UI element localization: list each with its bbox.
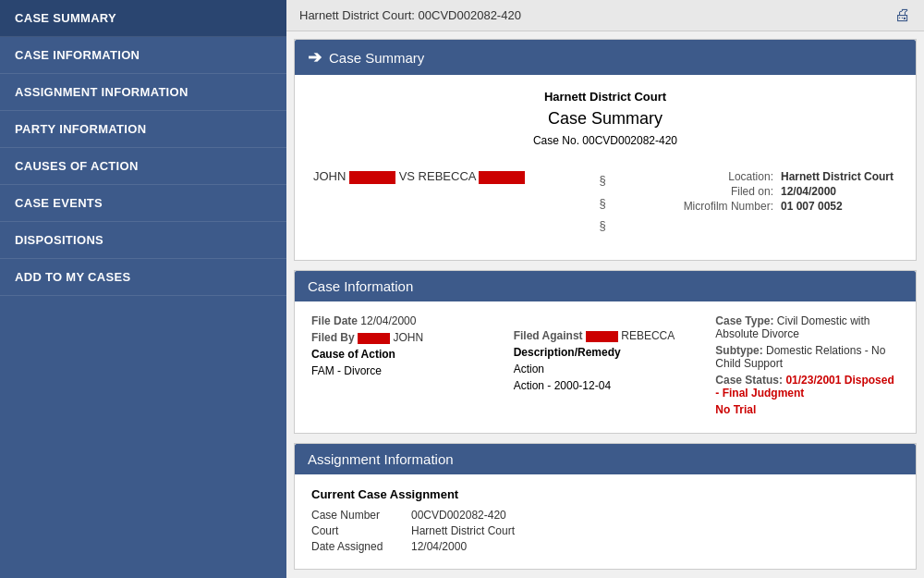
filed-on-label: Filed on: <box>680 184 777 199</box>
sidebar-item-causes-of-action[interactable]: CAUSES OF ACTION <box>0 148 286 185</box>
case-summary-card: ➔ Case Summary Harnett District Court Ca… <box>294 39 917 261</box>
sidebar-item-case-information[interactable]: CASE INFORMATION <box>0 37 286 74</box>
case-info-header: Case Information <box>295 271 916 301</box>
assignment-case-number-row: Case Number 00CVD002082-420 <box>311 509 899 522</box>
description-label-row: Description/Remedy <box>514 346 698 359</box>
description-action-row: Action <box>514 363 698 375</box>
case-info-col2: Filed Against REBECCA Description/Remedy… <box>514 314 698 420</box>
file-date-row: File Date 12/04/2000 <box>311 314 495 327</box>
assignment-court-row: Court Harnett District Court <box>311 524 899 537</box>
filed-on-value: 12/04/2000 <box>777 184 897 199</box>
plaintiff-redacted <box>349 171 395 184</box>
case-info-col3: Case Type: Civil Domestic with Absolute … <box>715 314 899 420</box>
case-location-info: Location: Harnett District Court Filed o… <box>680 169 897 214</box>
case-info-grid: File Date 12/04/2000 Filed By JOHN <box>311 314 899 420</box>
assignment-body: Current Case Assignment Case Number 00CV… <box>295 474 916 569</box>
assignment-card: Assignment Information Current Case Assi… <box>294 443 917 570</box>
assignment-header: Assignment Information <box>295 444 916 474</box>
filed-by-name: JOHN <box>393 331 423 344</box>
current-assignment-title: Current Case Assignment <box>311 487 899 501</box>
filed-against-row: Filed Against REBECCA <box>514 329 698 342</box>
parties-row: JOHN VS REBECCA § § § Loca <box>313 162 897 245</box>
case-status-row: Case Status: 01/23/2001 Disposed - Final… <box>715 374 899 400</box>
case-type-row: Case Type: Civil Domestic with Absolute … <box>715 314 899 340</box>
defendant-redacted <box>479 171 525 184</box>
case-summary-body: Harnett District Court Case Summary Case… <box>295 75 916 260</box>
microfilm-value: 01 007 0052 <box>777 199 897 214</box>
content-area: ➔ Case Summary Harnett District Court Ca… <box>286 31 924 578</box>
case-info-col1: File Date 12/04/2000 Filed By JOHN <box>311 314 495 420</box>
sidebar: CASE SUMMARY CASE INFORMATION ASSIGNMENT… <box>0 0 286 578</box>
subtype-row: Subtype: Domestic Relations - No Child S… <box>715 344 899 370</box>
sidebar-item-case-events[interactable]: CASE EVENTS <box>0 185 286 222</box>
sidebar-item-case-summary[interactable]: CASE SUMMARY <box>0 0 286 37</box>
sidebar-item-assignment-information[interactable]: ASSIGNMENT INFORMATION <box>0 74 286 111</box>
print-icon[interactable]: 🖨 <box>894 6 911 25</box>
summary-title: Case Summary <box>313 109 897 129</box>
cause-value-row: FAM - Divorce <box>311 364 495 377</box>
microfilm-label: Microfilm Number: <box>680 199 777 214</box>
sidebar-item-add-to-my-cases[interactable]: ADD TO MY CASES <box>0 259 286 296</box>
court-name: Harnett District Court <box>313 90 897 104</box>
cause-label-row: Cause of Action <box>311 348 495 361</box>
topbar-title: Harnett District Court: 00CVD002082-420 <box>299 8 521 22</box>
filed-by-redacted <box>358 333 390 344</box>
arrow-icon: ➔ <box>308 47 322 68</box>
case-information-card: Case Information File Date 12/04/2000 Fi… <box>294 270 917 434</box>
assignment-date-row: Date Assigned 12/04/2000 <box>311 540 899 553</box>
sidebar-item-party-information[interactable]: PARTY INFORMATION <box>0 111 286 148</box>
filed-against-redacted <box>586 331 618 342</box>
plaintiff-name: JOHN <box>313 169 346 183</box>
description-action-date-row: Action - 2000-12-04 <box>514 379 698 392</box>
sidebar-item-dispositions[interactable]: DISPOSITIONS <box>0 222 286 259</box>
case-summary-header: ➔ Case Summary <box>295 40 916 75</box>
topbar: Harnett District Court: 00CVD002082-420 … <box>286 0 924 31</box>
location-value: Harnett District Court <box>777 169 897 184</box>
case-status-sub-row: No Trial <box>715 403 899 416</box>
filed-by-row: Filed By JOHN <box>311 331 495 344</box>
section-symbols: § § § <box>599 169 605 238</box>
vs-text: VS REBECCA <box>399 169 476 183</box>
case-info-body: File Date 12/04/2000 Filed By JOHN <box>295 301 916 433</box>
parties-names: JOHN VS REBECCA <box>313 169 525 184</box>
location-label: Location: <box>680 169 777 184</box>
file-date-value: 12/04/2000 <box>360 314 416 327</box>
filed-against-name: REBECCA <box>621 329 675 342</box>
main-content: Harnett District Court: 00CVD002082-420 … <box>286 0 924 578</box>
case-number: Case No. 00CVD002082-420 <box>313 134 897 147</box>
